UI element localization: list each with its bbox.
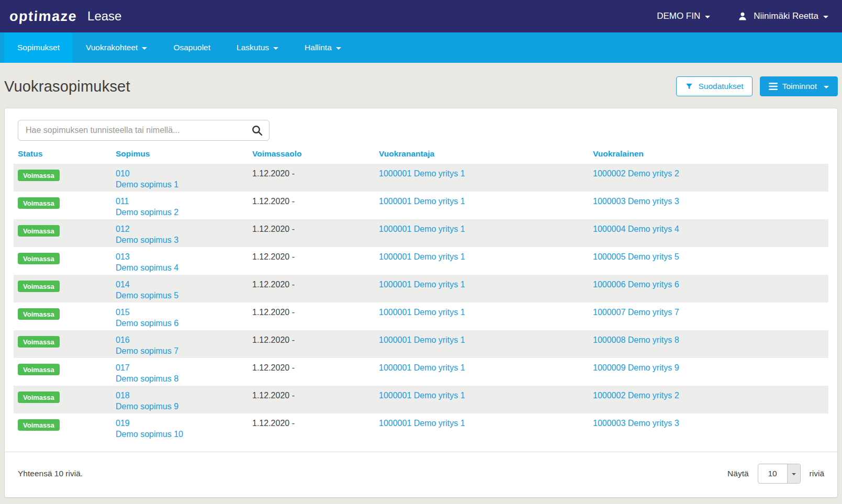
tenant-selector-label: DEMO FIN [657,11,700,21]
nav-item-label: Osapuolet [173,43,210,52]
page-size-value: 10 [758,464,787,483]
landlord-link[interactable]: 1000001 Demo yritys 1 [379,280,465,289]
chevron-down-icon [273,47,278,50]
contract-code-link[interactable]: 014 [116,280,130,289]
landlord-link[interactable]: 1000001 Demo yritys 1 [379,419,465,428]
landlord-link[interactable]: 1000001 Demo yritys 1 [379,363,465,372]
contract-code-link[interactable]: 012 [116,225,130,233]
contract-name-link[interactable]: Demo sopimus 7 [116,346,178,356]
nav-item-vuokrakohteet[interactable]: Vuokrakohteet [73,32,160,63]
tenant-link[interactable]: 1000003 Demo yritys 3 [593,419,679,428]
contract-name-link[interactable]: Demo sopimus 3 [116,236,178,245]
nav-item-sopimukset[interactable]: Sopimukset [4,32,73,63]
column-header-sopimus[interactable]: Sopimus [116,149,252,164]
landlord-link[interactable]: 1000001 Demo yritys 1 [379,335,465,344]
chevron-down-icon [824,86,829,88]
search-icon[interactable] [251,124,263,139]
status-badge: Voimassa [18,225,60,237]
contract-code-link[interactable]: 019 [116,419,130,428]
actions-button-label: Toiminnot [782,82,817,91]
status-badge: Voimassa [18,364,60,375]
nav-item-laskutus[interactable]: Laskutus [223,32,291,63]
validity-period: 1.12.2020 - [252,335,379,345]
nav-item-label: Sopimukset [17,43,60,52]
validity-period: 1.12.2020 - [252,280,379,289]
user-menu[interactable]: Niinimäki Reetta [737,11,828,21]
nav-item-hallinta[interactable]: Hallinta [291,32,354,63]
column-header-voimassaolo[interactable]: Voimassaolo [252,149,379,164]
table-row: Voimassa 012 Demo sopimus 3 1.12.2020 - … [14,219,828,247]
status-badge: Voimassa [18,197,60,209]
table-body: Voimassa 010 Demo sopimus 1 1.12.2020 - … [14,164,828,441]
contract-name-link[interactable]: Demo sopimus 1 [116,180,178,189]
validity-period: 1.12.2020 - [252,197,379,206]
contract-code-link[interactable]: 010 [116,169,130,178]
actions-button[interactable]: Toiminnot [760,76,838,96]
contract-code-link[interactable]: 018 [116,391,130,400]
table-header-row: Status Sopimus Voimassaolo Vuokranantaja… [14,149,828,164]
tenant-link[interactable]: 1000009 Demo yritys 9 [593,363,679,372]
column-header-status[interactable]: Status [18,149,116,164]
chevron-down-icon [787,464,800,483]
table-row: Voimassa 016 Demo sopimus 7 1.12.2020 - … [14,330,828,358]
validity-period: 1.12.2020 - [252,225,379,234]
filters-button-label: Suodatukset [698,82,743,91]
contract-name-link[interactable]: Demo sopimus 4 [116,263,178,273]
contract-code-link[interactable]: 015 [116,308,130,317]
landlord-link[interactable]: 1000001 Demo yritys 1 [379,225,465,233]
tenant-link[interactable]: 1000003 Demo yritys 3 [593,197,679,206]
filters-button[interactable]: Suodatukset [676,76,752,96]
column-header-vuokranantaja[interactable]: Vuokranantaja [379,149,593,164]
menu-icon [769,83,778,90]
contract-name-link[interactable]: Demo sopimus 8 [116,374,178,384]
table-row: Voimassa 018 Demo sopimus 9 1.12.2020 - … [14,386,828,413]
product-name: Lease [87,9,121,24]
landlord-link[interactable]: 1000001 Demo yritys 1 [379,308,465,317]
main-nav: Sopimukset Vuokrakohteet Osapuolet Lasku… [0,32,842,63]
contract-code-link[interactable]: 017 [116,363,130,372]
page-size-select[interactable]: 10 [758,464,801,484]
contract-name-link[interactable]: Demo sopimus 10 [116,430,183,439]
contract-code-link[interactable]: 016 [116,335,130,344]
tenant-link[interactable]: 1000007 Demo yritys 7 [593,308,679,317]
landlord-link[interactable]: 1000001 Demo yritys 1 [379,252,465,261]
validity-period: 1.12.2020 - [252,308,379,317]
table-row: Voimassa 013 Demo sopimus 4 1.12.2020 - … [14,247,828,275]
landlord-link[interactable]: 1000001 Demo yritys 1 [379,197,465,206]
nav-item-label: Vuokrakohteet [86,43,138,52]
tenant-link[interactable]: 1000002 Demo yritys 2 [593,391,679,400]
status-badge: Voimassa [18,253,60,264]
contract-code-link[interactable]: 013 [116,252,130,261]
chevron-down-icon [142,47,147,50]
status-badge: Voimassa [18,419,60,431]
nav-item-label: Laskutus [237,43,269,52]
validity-period: 1.12.2020 - [252,169,379,178]
search-input[interactable] [18,120,270,141]
tenant-link[interactable]: 1000005 Demo yritys 5 [593,252,679,261]
table-row: Voimassa 019 Demo sopimus 10 1.12.2020 -… [14,413,828,441]
validity-period: 1.12.2020 - [252,252,379,262]
contract-name-link[interactable]: Demo sopimus 5 [116,291,178,300]
chevron-down-icon [336,47,341,50]
optimaze-logo: optimaze [9,8,77,25]
nav-item-osapuolet[interactable]: Osapuolet [160,32,223,63]
tenant-link[interactable]: 1000002 Demo yritys 2 [593,169,679,178]
tenant-selector[interactable]: DEMO FIN [657,11,710,21]
top-app-bar: optimaze Lease DEMO FIN Niinimäki Reetta [0,0,842,32]
contract-name-link[interactable]: Demo sopimus 6 [116,319,178,328]
tenant-link[interactable]: 1000008 Demo yritys 8 [593,335,679,344]
status-badge: Voimassa [18,391,60,403]
tenant-link[interactable]: 1000004 Demo yritys 4 [593,225,679,233]
contract-name-link[interactable]: Demo sopimus 9 [116,402,178,411]
show-label: Näytä [727,469,749,478]
validity-period: 1.12.2020 - [252,363,379,373]
table-row: Voimassa 011 Demo sopimus 2 1.12.2020 - … [14,192,828,219]
page-header: Vuokrasopimukset Suodatukset Toiminnot [0,63,842,108]
contract-name-link[interactable]: Demo sopimus 2 [116,208,178,217]
landlord-link[interactable]: 1000001 Demo yritys 1 [379,169,465,178]
contract-code-link[interactable]: 011 [116,197,129,206]
page-title: Vuokrasopimukset [4,78,130,95]
landlord-link[interactable]: 1000001 Demo yritys 1 [379,391,465,400]
tenant-link[interactable]: 1000006 Demo yritys 6 [593,280,679,289]
column-header-vuokralainen[interactable]: Vuokralainen [593,149,824,164]
